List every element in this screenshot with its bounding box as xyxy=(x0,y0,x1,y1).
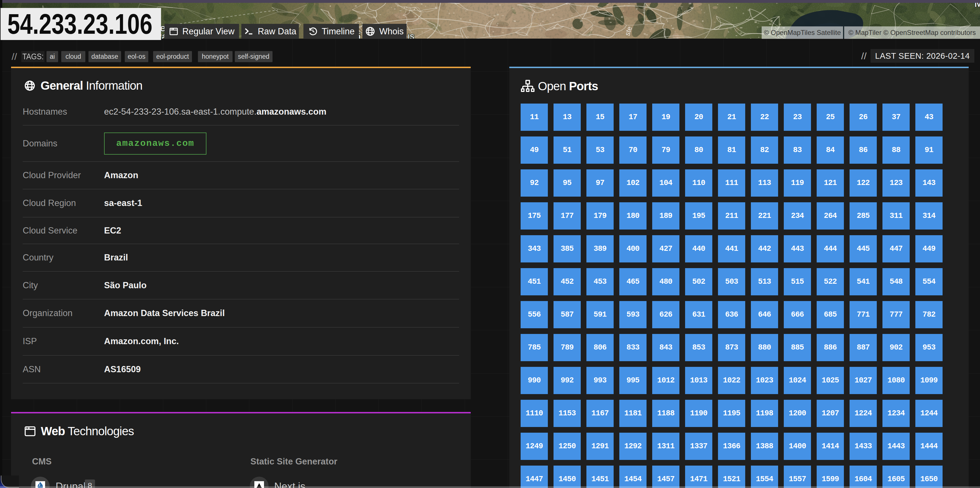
svg-text:ıs: ıs xyxy=(407,31,414,38)
svg-text:M: M xyxy=(974,3,980,9)
